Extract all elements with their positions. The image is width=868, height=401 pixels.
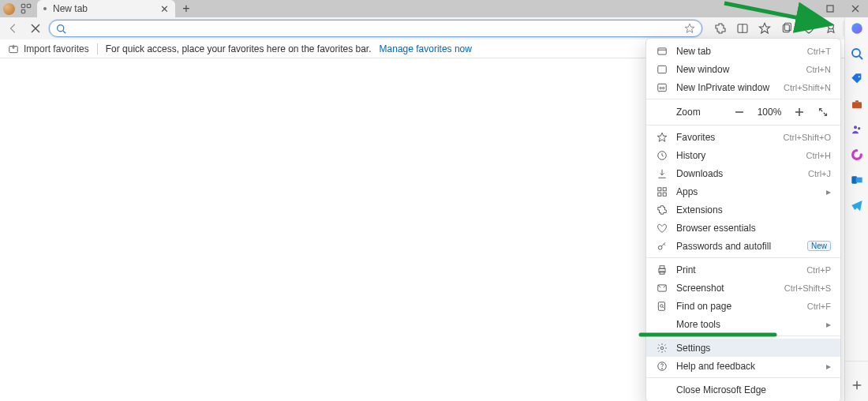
back-button[interactable] xyxy=(5,20,22,37)
zoom-in-button[interactable] xyxy=(791,104,807,120)
menu-new-tab-label: New tab xyxy=(676,46,799,57)
menu-favorites[interactable]: Favorites Ctrl+Shift+O xyxy=(646,128,840,146)
sidebar-search-icon[interactable] xyxy=(849,46,865,62)
rewards-icon[interactable] xyxy=(821,20,841,37)
menu-downloads-label: Downloads xyxy=(676,168,800,179)
people-icon[interactable] xyxy=(849,122,865,137)
collections-icon[interactable] xyxy=(776,20,797,37)
menu-essentials[interactable]: Browser essentials xyxy=(646,219,840,237)
favorite-star-icon[interactable] xyxy=(684,23,695,34)
menu-extensions[interactable]: Extensions xyxy=(646,200,840,219)
menu-apps[interactable]: Apps ▸ xyxy=(646,182,840,200)
new-tab-button[interactable]: + xyxy=(178,1,194,17)
favorites-icon xyxy=(656,131,668,144)
gear-icon xyxy=(656,342,668,354)
notification-dot xyxy=(813,21,817,24)
sidebar-add-icon[interactable] xyxy=(849,377,865,393)
svg-rect-1 xyxy=(27,4,30,7)
key-icon xyxy=(656,240,668,253)
svg-marker-11 xyxy=(685,24,694,32)
menu-new-window-label: New window xyxy=(676,64,799,75)
close-window-button[interactable] xyxy=(843,0,868,17)
telegram-send-icon[interactable] xyxy=(849,197,865,213)
svg-rect-15 xyxy=(783,24,789,32)
stop-button[interactable] xyxy=(27,20,44,37)
menu-inprivate[interactable]: New InPrivate window Ctrl+Shift+N xyxy=(646,78,840,96)
close-tab-button[interactable]: ✕ xyxy=(160,4,169,14)
find-icon xyxy=(656,300,668,313)
menu-find-shortcut: Ctrl+F xyxy=(807,302,831,311)
menu-help[interactable]: Help and feedback ▸ xyxy=(646,357,840,375)
tools-briefcase-icon[interactable] xyxy=(849,96,865,112)
menu-new-tab-shortcut: Ctrl+T xyxy=(807,47,831,56)
blank-icon xyxy=(656,384,668,396)
browser-essentials-icon[interactable] xyxy=(799,20,819,37)
menu-close-edge[interactable]: Close Microsoft Edge xyxy=(646,380,840,399)
menu-passwords-label: Passwords and autofill xyxy=(676,241,799,252)
maximize-button[interactable] xyxy=(817,0,843,17)
svg-point-60 xyxy=(660,347,664,350)
menu-new-window-shortcut: Ctrl+N xyxy=(806,65,831,74)
menu-history-shortcut: Ctrl+H xyxy=(806,151,831,160)
help-icon xyxy=(656,360,668,373)
chevron-right-icon: ▸ xyxy=(826,361,831,372)
menu-extensions-label: Extensions xyxy=(676,204,831,215)
svg-rect-32 xyxy=(855,178,862,183)
menu-downloads-shortcut: Ctrl+J xyxy=(808,169,831,178)
new-window-icon xyxy=(656,63,668,76)
import-favorites-button[interactable]: Import favorites xyxy=(8,43,89,54)
svg-point-25 xyxy=(858,76,859,77)
profile-avatar[interactable] xyxy=(3,3,15,15)
history-icon xyxy=(656,149,668,162)
menu-new-window[interactable]: New window Ctrl+N xyxy=(646,60,840,78)
svg-rect-57 xyxy=(658,302,664,310)
fullscreen-button[interactable] xyxy=(815,104,831,120)
copilot-icon[interactable] xyxy=(849,21,865,36)
split-screen-icon[interactable] xyxy=(732,20,753,37)
overflow-menu: New tab Ctrl+T New window Ctrl+N New InP… xyxy=(645,38,841,401)
apps-icon xyxy=(656,186,668,198)
m365-loop-icon[interactable] xyxy=(849,147,865,163)
address-input[interactable] xyxy=(71,22,684,35)
menu-more-tools[interactable]: More tools ▸ xyxy=(646,315,840,333)
svg-rect-26 xyxy=(852,102,862,108)
favorites-icon[interactable] xyxy=(754,20,775,37)
extensions-icon[interactable] xyxy=(710,20,731,37)
menu-downloads[interactable]: Downloads Ctrl+J xyxy=(646,164,840,182)
menu-settings[interactable]: Settings xyxy=(646,339,840,357)
tab-favicon-placeholder xyxy=(43,7,47,10)
menu-zoom-label: Zoom xyxy=(676,107,724,118)
menu-screenshot[interactable]: Screenshot Ctrl+Shift+S xyxy=(646,279,840,297)
extensions-icon xyxy=(656,204,668,216)
zoom-out-button[interactable] xyxy=(731,104,747,120)
svg-rect-49 xyxy=(663,187,666,190)
menu-favorites-label: Favorites xyxy=(676,132,775,143)
svg-line-59 xyxy=(663,306,664,308)
chevron-right-icon: ▸ xyxy=(826,186,831,197)
menu-find[interactable]: Find on page Ctrl+F xyxy=(646,297,840,315)
svg-rect-48 xyxy=(658,187,661,190)
menu-print-label: Print xyxy=(676,264,799,275)
svg-rect-4 xyxy=(827,6,833,12)
heart-pulse-icon xyxy=(656,222,668,234)
workspaces-icon[interactable] xyxy=(20,2,32,15)
menu-inprivate-label: New InPrivate window xyxy=(676,82,776,93)
svg-point-23 xyxy=(852,49,860,57)
address-bar[interactable] xyxy=(49,20,702,37)
menu-history[interactable]: History Ctrl+H xyxy=(646,146,840,164)
manage-favorites-link[interactable]: Manage favorites now xyxy=(380,43,472,54)
menu-close-label: Close Microsoft Edge xyxy=(676,384,831,395)
browser-tab[interactable]: New tab ✕ xyxy=(37,0,175,17)
menu-new-tab[interactable]: New tab Ctrl+T xyxy=(646,42,840,60)
svg-rect-35 xyxy=(658,47,667,54)
svg-point-62 xyxy=(662,368,663,369)
menu-print[interactable]: Print Ctrl+P xyxy=(646,260,840,279)
minimize-button[interactable] xyxy=(792,0,817,17)
blank-icon xyxy=(656,318,668,331)
svg-rect-16 xyxy=(784,23,791,30)
outlook-icon[interactable] xyxy=(849,172,865,188)
svg-point-39 xyxy=(660,87,661,88)
svg-line-10 xyxy=(63,30,65,32)
menu-passwords[interactable]: Passwords and autofill New xyxy=(646,237,840,255)
shopping-tag-icon[interactable] xyxy=(849,71,865,87)
